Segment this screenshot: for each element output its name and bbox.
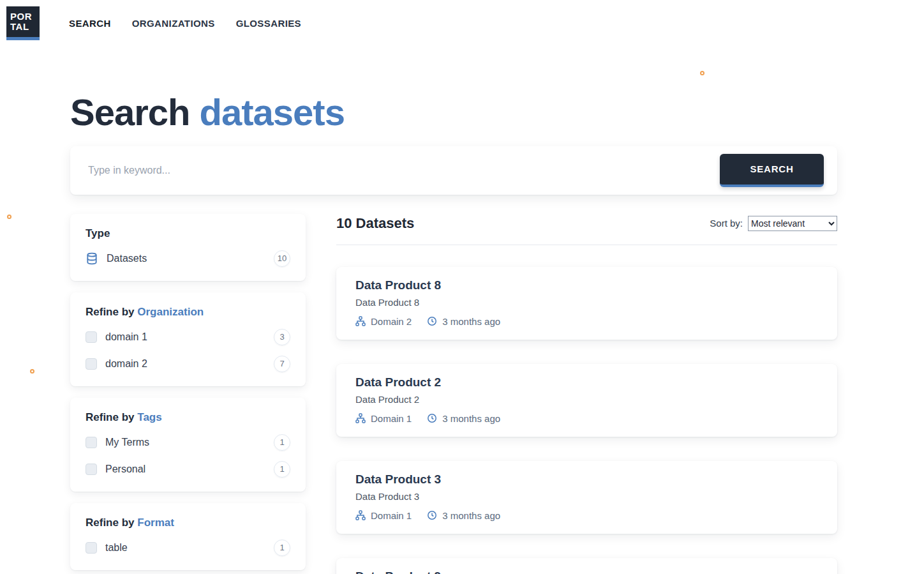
top-nav: POR TAL SEARCH ORGANIZATIONS GLOSSARIES xyxy=(0,0,924,41)
sort-control: Sort by: Most relevant xyxy=(710,216,837,231)
updated-label: 3 months ago xyxy=(442,510,500,521)
result-domain: Domain 1 xyxy=(355,413,412,424)
checkbox-my-terms[interactable] xyxy=(86,437,97,448)
checkbox-personal[interactable] xyxy=(86,464,97,475)
domain-icon xyxy=(355,510,366,520)
filter-card-format: Refine by Format table 1 xyxy=(70,503,306,570)
count-badge: 7 xyxy=(274,356,290,372)
filter-title-accent: Tags xyxy=(137,411,161,423)
result-subtitle: Data Product 8 xyxy=(355,297,818,308)
domain-icon xyxy=(355,316,366,326)
sort-select[interactable]: Most relevant xyxy=(748,216,837,231)
results-list: Data Product 8 Data Product 8 xyxy=(336,267,837,574)
result-updated: 3 months ago xyxy=(427,316,500,327)
decorative-dot xyxy=(7,215,11,219)
count-badge: 1 xyxy=(274,461,290,478)
checkbox-domain-2[interactable] xyxy=(86,358,97,370)
result-domain: Domain 1 xyxy=(355,510,412,521)
nav-search[interactable]: SEARCH xyxy=(69,18,111,29)
result-meta: Domain 2 3 months ago xyxy=(355,316,818,327)
result-card[interactable]: Data Product 2 Data Product 2 xyxy=(336,364,837,437)
updated-label: 3 months ago xyxy=(442,413,500,424)
results-count-heading: 10 Datasets xyxy=(336,215,414,232)
filter-item-datasets[interactable]: Datasets 10 xyxy=(86,250,290,267)
filter-label: Datasets xyxy=(107,253,274,264)
filter-card-type: Type Datasets 10 xyxy=(70,214,306,281)
page: POR TAL SEARCH ORGANIZATIONS GLOSSARIES … xyxy=(0,0,924,574)
domain-label: Domain 2 xyxy=(371,316,412,327)
filter-card-tags: Refine by Tags My Terms 1 Personal 1 xyxy=(70,398,306,492)
result-title[interactable]: Data Product 3 xyxy=(355,472,818,487)
domain-label: Domain 1 xyxy=(371,413,412,424)
logo-line-2: TAL xyxy=(10,22,40,32)
result-card[interactable]: Data Product 9 xyxy=(336,558,837,574)
domain-label: Domain 1 xyxy=(371,510,412,521)
result-subtitle: Data Product 3 xyxy=(355,491,818,502)
page-title: Search datasets xyxy=(70,93,837,132)
logo-line-1: POR xyxy=(10,11,40,22)
search-bar: SEARCH xyxy=(70,146,837,195)
filters-sidebar: Type Datasets 10 R xyxy=(70,214,306,574)
page-title-prefix: Search xyxy=(70,91,190,133)
filter-label: domain 1 xyxy=(105,331,274,343)
nav-glossaries[interactable]: GLOSSARIES xyxy=(236,18,301,29)
result-domain: Domain 2 xyxy=(355,316,412,327)
results-section: 10 Datasets Sort by: Most relevant Data … xyxy=(336,214,837,574)
filter-card-organization: Refine by Organization domain 1 3 domain… xyxy=(70,292,306,386)
nav-organizations[interactable]: ORGANIZATIONS xyxy=(132,18,215,29)
filter-item-domain-1: domain 1 3 xyxy=(86,329,290,345)
result-card[interactable]: Data Product 8 Data Product 8 xyxy=(336,267,837,340)
decorative-dot xyxy=(700,71,704,75)
content: Search datasets SEARCH Type xyxy=(0,93,924,574)
result-card[interactable]: Data Product 3 Data Product 3 xyxy=(336,461,837,534)
result-subtitle: Data Product 2 xyxy=(355,394,818,405)
checkbox-table[interactable] xyxy=(86,542,97,554)
count-badge: 3 xyxy=(274,329,290,345)
decorative-dot xyxy=(30,369,34,374)
count-badge: 1 xyxy=(274,434,290,451)
result-title[interactable]: Data Product 9 xyxy=(355,570,818,574)
filter-item-personal: Personal 1 xyxy=(86,461,290,478)
count-badge: 10 xyxy=(274,250,290,267)
database-icon xyxy=(86,252,98,265)
updated-label: 3 months ago xyxy=(442,316,500,327)
result-updated: 3 months ago xyxy=(427,510,500,521)
sort-label: Sort by: xyxy=(710,218,743,229)
main-navigation: SEARCH ORGANIZATIONS GLOSSARIES xyxy=(69,18,301,29)
filter-title-prefix: Refine by xyxy=(86,517,135,529)
filter-item-domain-2: domain 2 7 xyxy=(86,356,290,372)
filter-title-type: Type xyxy=(86,227,290,240)
filter-label: My Terms xyxy=(105,437,274,448)
search-button[interactable]: SEARCH xyxy=(720,154,824,187)
filter-title-prefix: Refine by xyxy=(86,306,135,318)
filter-item-my-terms: My Terms 1 xyxy=(86,434,290,451)
filter-label: domain 2 xyxy=(105,358,274,370)
filter-title-organization: Refine by Organization xyxy=(86,306,290,319)
filter-label: table xyxy=(105,542,274,554)
clock-icon xyxy=(427,413,437,423)
count-badge: 1 xyxy=(274,540,290,556)
result-meta: Domain 1 3 months ago xyxy=(355,413,818,424)
checkbox-domain-1[interactable] xyxy=(86,331,97,343)
results-divider xyxy=(336,245,837,245)
result-title[interactable]: Data Product 2 xyxy=(355,375,818,389)
clock-icon xyxy=(427,316,437,326)
filter-title-prefix: Refine by xyxy=(86,411,135,423)
page-title-accent: datasets xyxy=(200,91,345,133)
result-title[interactable]: Data Product 8 xyxy=(355,278,818,292)
portal-logo[interactable]: POR TAL xyxy=(6,6,40,40)
domain-icon xyxy=(355,413,366,423)
filter-title-accent: Organization xyxy=(137,306,204,318)
result-meta: Domain 1 3 months ago xyxy=(355,510,818,521)
clock-icon xyxy=(427,510,437,520)
filter-title-accent: Format xyxy=(137,517,174,529)
filter-item-table: table 1 xyxy=(86,540,290,556)
filter-label: Personal xyxy=(105,464,274,475)
filter-title-tags: Refine by Tags xyxy=(86,411,290,424)
search-input[interactable] xyxy=(88,165,720,176)
results-header: 10 Datasets Sort by: Most relevant xyxy=(336,214,837,232)
filter-title-format: Refine by Format xyxy=(86,517,290,529)
result-updated: 3 months ago xyxy=(427,413,500,424)
